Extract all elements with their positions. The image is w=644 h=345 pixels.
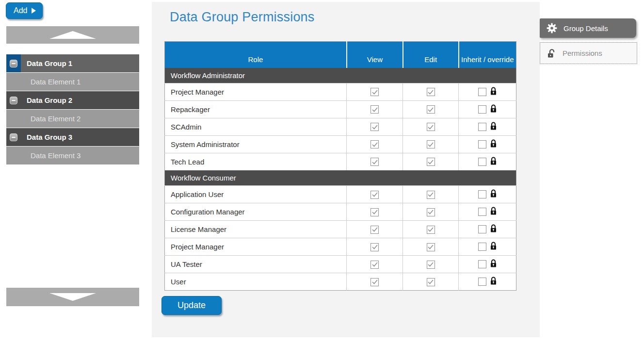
collapse-toggle[interactable] xyxy=(6,128,21,146)
edit-checkbox[interactable] xyxy=(427,88,435,96)
column-header-inherit: Inherit / override xyxy=(459,42,516,68)
lock-icon xyxy=(490,157,497,167)
tree-node-data-element-1[interactable]: Data Element 1 xyxy=(6,73,139,91)
tree-scroll-up[interactable] xyxy=(6,26,139,44)
lock-icon xyxy=(490,104,497,115)
edit-checkbox[interactable] xyxy=(427,208,435,216)
data-group-tree: Data Group 1Data Element 1Data Group 2Da… xyxy=(6,54,139,165)
lock-icon xyxy=(490,224,497,234)
role-name: System Administrator xyxy=(165,135,347,153)
inherit-checkbox[interactable] xyxy=(478,105,486,114)
view-cell xyxy=(347,273,403,291)
view-checkbox[interactable] xyxy=(370,243,379,251)
section-header: Workflow Consumer xyxy=(165,170,516,186)
inherit-cell xyxy=(459,221,516,238)
view-checkbox[interactable] xyxy=(370,261,379,269)
table-row: System Administrator xyxy=(165,135,516,153)
update-button[interactable]: Update xyxy=(161,296,222,315)
view-cell xyxy=(347,256,403,273)
tab-permissions[interactable]: Permissions xyxy=(540,42,637,64)
role-name: UA Tester xyxy=(165,256,347,273)
add-button[interactable]: Add xyxy=(6,2,43,19)
table-row: Project Manager xyxy=(165,83,516,100)
lock-icon xyxy=(490,139,497,149)
lock-icon xyxy=(490,87,497,97)
view-checkbox[interactable] xyxy=(370,226,379,234)
inherit-cell xyxy=(459,238,516,256)
view-cell xyxy=(347,238,403,256)
table-row: Configuration Manager xyxy=(165,203,516,221)
edit-checkbox[interactable] xyxy=(427,140,435,148)
inherit-checkbox[interactable] xyxy=(478,260,486,268)
edit-cell xyxy=(403,273,459,291)
inherit-cell xyxy=(459,203,516,221)
gear-icon xyxy=(547,23,557,33)
view-checkbox[interactable] xyxy=(370,123,379,131)
permissions-panel: Data Group Permissions Role View Edit In… xyxy=(152,2,540,337)
lock-icon xyxy=(490,277,497,287)
play-icon xyxy=(32,8,36,14)
inherit-cell xyxy=(459,273,516,291)
tree-element-label: Data Element 3 xyxy=(31,151,80,160)
inherit-cell xyxy=(459,118,516,135)
inherit-cell xyxy=(459,83,516,100)
edit-checkbox[interactable] xyxy=(427,123,435,131)
view-checkbox[interactable] xyxy=(370,158,379,166)
edit-checkbox[interactable] xyxy=(427,158,435,166)
role-name: Project Manager xyxy=(165,83,347,100)
role-name: Project Manager xyxy=(165,238,347,256)
tree-node-data-element-3[interactable]: Data Element 3 xyxy=(6,147,139,164)
view-checkbox[interactable] xyxy=(370,105,379,114)
edit-checkbox[interactable] xyxy=(427,226,435,234)
edit-checkbox[interactable] xyxy=(427,243,435,251)
column-header-edit: Edit xyxy=(403,42,459,68)
inherit-checkbox[interactable] xyxy=(478,140,486,148)
lock-icon xyxy=(490,189,497,199)
view-checkbox[interactable] xyxy=(370,278,379,286)
tab-group-details[interactable]: Group Details xyxy=(540,18,636,38)
role-name: License Manager xyxy=(165,221,347,238)
tree-node-data-element-2[interactable]: Data Element 2 xyxy=(6,110,139,128)
edit-checkbox[interactable] xyxy=(427,105,435,114)
view-checkbox[interactable] xyxy=(370,140,379,148)
inherit-checkbox[interactable] xyxy=(478,243,486,251)
inherit-checkbox[interactable] xyxy=(478,158,486,166)
edit-cell xyxy=(403,83,459,100)
edit-checkbox[interactable] xyxy=(427,278,435,286)
minus-icon xyxy=(10,60,17,67)
edit-cell xyxy=(403,203,459,221)
inherit-checkbox[interactable] xyxy=(478,123,486,131)
table-row: SCAdmin xyxy=(165,118,516,135)
tree-node-data-group-2[interactable]: Data Group 2 xyxy=(6,91,139,109)
column-header-view: View xyxy=(347,42,403,68)
inherit-cell xyxy=(459,100,516,118)
edit-checkbox[interactable] xyxy=(427,261,435,269)
inherit-checkbox[interactable] xyxy=(478,190,486,198)
table-row: Application User xyxy=(165,186,516,203)
edit-checkbox[interactable] xyxy=(427,191,435,199)
edit-cell xyxy=(403,118,459,135)
collapse-toggle[interactable] xyxy=(6,54,21,72)
add-button-label: Add xyxy=(14,6,27,15)
inherit-checkbox[interactable] xyxy=(478,278,486,286)
role-name: Repackager xyxy=(165,100,347,118)
minus-icon xyxy=(10,133,17,141)
inherit-checkbox[interactable] xyxy=(478,88,486,96)
section-header: Workflow Administrator xyxy=(165,68,516,83)
view-checkbox[interactable] xyxy=(370,208,379,216)
inherit-cell xyxy=(459,256,516,273)
open-lock-icon xyxy=(547,49,556,58)
tree-node-data-group-3[interactable]: Data Group 3 xyxy=(6,128,139,146)
inherit-checkbox[interactable] xyxy=(478,208,486,216)
lock-icon xyxy=(490,207,497,217)
edit-cell xyxy=(403,135,459,153)
view-checkbox[interactable] xyxy=(370,191,379,199)
table-row: License Manager xyxy=(165,221,516,238)
tree-node-data-group-1[interactable]: Data Group 1 xyxy=(6,54,139,72)
view-checkbox[interactable] xyxy=(370,88,379,96)
table-row: UA Tester xyxy=(165,256,516,273)
up-arrow-icon xyxy=(49,31,96,39)
collapse-toggle[interactable] xyxy=(6,91,21,109)
inherit-checkbox[interactable] xyxy=(478,225,486,233)
tree-scroll-down[interactable] xyxy=(6,288,139,306)
